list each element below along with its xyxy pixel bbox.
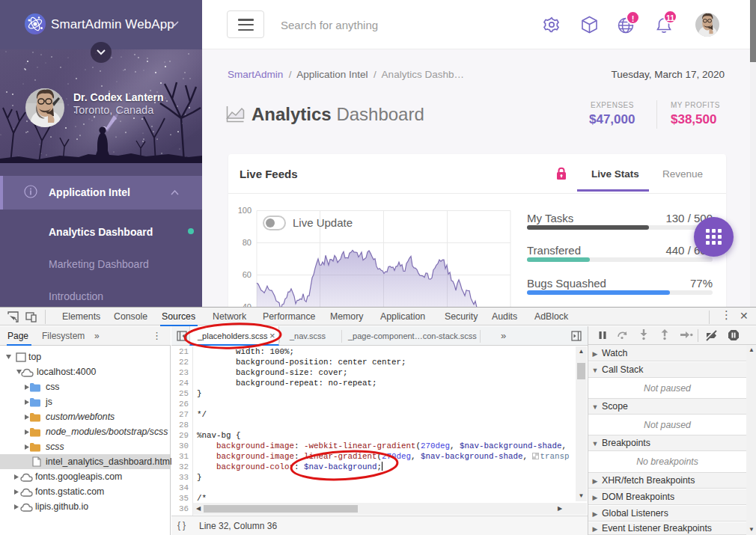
svg-text:100: 100 xyxy=(238,206,252,215)
svg-text:80: 80 xyxy=(243,238,252,247)
svg-text:60: 60 xyxy=(243,270,252,279)
